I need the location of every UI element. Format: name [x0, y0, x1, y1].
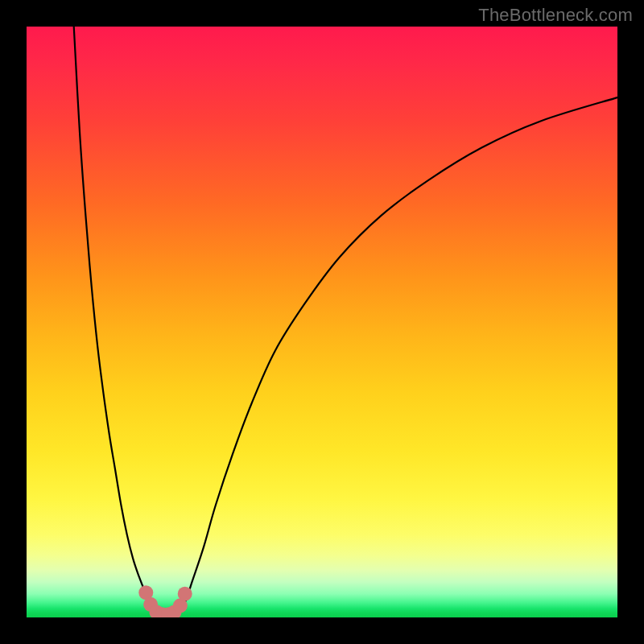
dip-marker-group [138, 585, 192, 617]
curve-svg [27, 27, 617, 617]
dip-marker [178, 587, 192, 601]
watermark-text: TheBottleneck.com [478, 5, 633, 26]
curve-left-branch [74, 27, 157, 610]
curve-right-branch [180, 97, 617, 610]
chart-frame: TheBottleneck.com [0, 0, 644, 644]
plot-area [27, 27, 617, 617]
